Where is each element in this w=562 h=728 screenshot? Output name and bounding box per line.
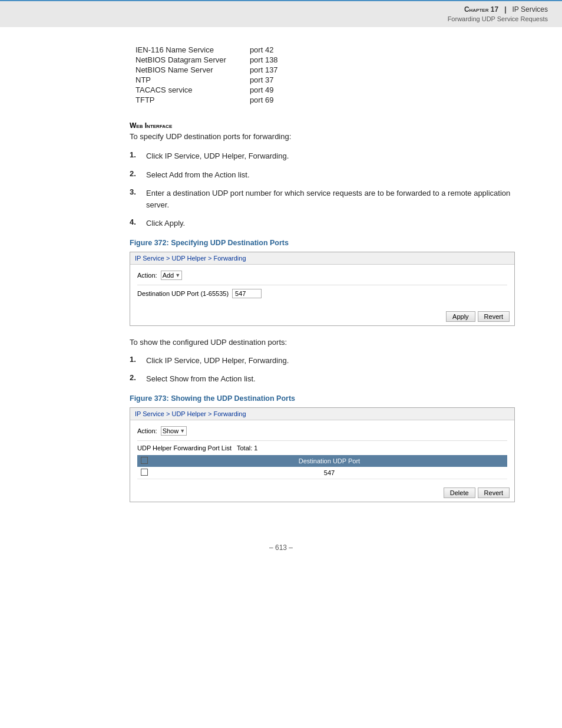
port-list-section: IEN-116 Name Service port 42 NetBIOS Dat… (135, 45, 515, 105)
step-item: 1. Click IP Service, UDP Helper, Forward… (130, 150, 515, 162)
step-number: 2. (130, 169, 146, 178)
port-number: port 138 (250, 55, 278, 65)
fig373-breadcrumb: IP Service > UDP Helper > Forwarding (130, 408, 514, 420)
row-dest-value: 547 (151, 467, 507, 479)
step-text: Select Add from the Action list. (146, 169, 515, 181)
row-checkbox-cell (137, 467, 151, 479)
step-number: 2. (130, 373, 146, 382)
fig372-divider (137, 285, 507, 285)
fig373-body: Action: Show ▼ UDP Helper Forwarding Por… (130, 420, 514, 485)
fig373-check-header (137, 455, 151, 467)
chevron-down-icon: ▼ (175, 272, 180, 278)
port-table: IEN-116 Name Service port 42 NetBIOS Dat… (135, 45, 278, 105)
fig373-action-label: Action: (137, 427, 157, 434)
chevron-down-icon: ▼ (180, 428, 185, 434)
fig372-action-row: Action: Add ▼ (137, 271, 507, 280)
fig373-total-label: UDP Helper Forwarding Port List Total: 1 (137, 444, 507, 452)
fig373-buttons: Delete Revert (130, 485, 514, 502)
step-number: 4. (130, 218, 146, 226)
port-row: IEN-116 Name Service port 42 (135, 45, 278, 55)
step-item: 2. Select Show from the Action list. (130, 373, 515, 385)
fig372-revert-button[interactable]: Revert (478, 311, 510, 322)
step-text: Select Show from the Action list. (146, 373, 515, 385)
select-all-checkbox[interactable] (141, 457, 148, 464)
chapter-label: Chapter 17 | IP Services (464, 5, 548, 14)
fig372-dest-input[interactable]: 547 (232, 289, 262, 298)
fig372-apply-button[interactable]: Apply (446, 311, 475, 322)
step-text: Enter a destination UDP port number for … (146, 187, 515, 210)
fig372-breadcrumb: IP Service > UDP Helper > Forwarding (130, 252, 514, 265)
row-checkbox[interactable] (141, 469, 148, 476)
web-interface-heading: Web Interface (130, 121, 515, 130)
fig372-action-select[interactable]: Add ▼ (161, 271, 183, 280)
step-item: 3. Enter a destination UDP port number f… (130, 187, 515, 210)
port-row: TFTP port 69 (135, 95, 278, 105)
step-text: Click IP Service, UDP Helper, Forwarding… (146, 150, 515, 162)
table-row: 547 (137, 467, 507, 479)
page-footer: – 613 – (0, 532, 562, 558)
fig373-revert-button[interactable]: Revert (478, 487, 510, 498)
figure-372-title: Figure 372: Specifying UDP Destination P… (130, 239, 515, 247)
fig373-action-select[interactable]: Show ▼ (161, 426, 187, 436)
fig372-dest-label: Destination UDP Port (1-65535) (137, 290, 229, 297)
port-row: NetBIOS Name Server port 137 (135, 65, 278, 75)
fig372-action-value: Add (163, 272, 174, 279)
port-row: TACACS service port 49 (135, 85, 278, 95)
step-number: 1. (130, 150, 146, 159)
fig373-divider (137, 440, 507, 441)
port-service: NetBIOS Datagram Server (135, 55, 250, 65)
port-service: IEN-116 Name Service (135, 45, 250, 55)
port-service: NetBIOS Name Server (135, 65, 250, 75)
step-number: 3. (130, 187, 146, 196)
fig373-action-row: Action: Show ▼ (137, 426, 507, 436)
fig373-dest-col-header: Destination UDP Port (151, 455, 507, 467)
fig372-body: Action: Add ▼ Destination UDP Port (1-65… (130, 265, 514, 309)
port-number: port 42 (250, 45, 278, 55)
port-row: NetBIOS Datagram Server port 138 (135, 55, 278, 65)
port-service: TFTP (135, 95, 250, 105)
fig372-buttons: Apply Revert (130, 309, 514, 325)
fig372-dest-row: Destination UDP Port (1-65535) 547 (137, 289, 507, 298)
fig373-port-table: Destination UDP Port 547 (137, 455, 507, 479)
figure-372-box: IP Service > UDP Helper > Forwarding Act… (130, 252, 515, 326)
port-number: port 49 (250, 85, 278, 95)
port-number: port 69 (250, 95, 278, 105)
step-text: Click Apply. (146, 218, 515, 229)
step-item: 4. Click Apply. (130, 218, 515, 229)
fig372-action-label: Action: (137, 272, 157, 279)
port-row: NTP port 37 (135, 75, 278, 85)
steps-show: 1. Click IP Service, UDP Helper, Forward… (130, 355, 515, 385)
step-item: 1. Click IP Service, UDP Helper, Forward… (130, 355, 515, 367)
page-header: Chapter 17 | IP Services Forwarding UDP … (0, 0, 562, 27)
step-item: 2. Select Add from the Action list. (130, 169, 515, 181)
intro-text-add: To specify UDP destination ports for for… (130, 132, 515, 141)
step-number: 1. (130, 355, 146, 364)
chapter-subtitle: Forwarding UDP Service Requests (0, 15, 548, 24)
port-service: NTP (135, 75, 250, 85)
between-text: To show the configured UDP destination p… (130, 338, 515, 347)
fig373-action-value: Show (163, 427, 179, 434)
figure-373-box: IP Service > UDP Helper > Forwarding Act… (130, 407, 515, 502)
step-text: Click IP Service, UDP Helper, Forwarding… (146, 355, 515, 367)
port-service: TACACS service (135, 85, 250, 95)
main-content: IEN-116 Name Service port 42 NetBIOS Dat… (0, 27, 562, 532)
figure-373-title: Figure 373: Showing the UDP Destination … (130, 394, 515, 403)
page-number: – 613 – (269, 543, 293, 552)
port-number: port 37 (250, 75, 278, 85)
steps-add: 1. Click IP Service, UDP Helper, Forward… (130, 150, 515, 229)
port-number: port 137 (250, 65, 278, 75)
fig373-delete-button[interactable]: Delete (444, 487, 475, 498)
